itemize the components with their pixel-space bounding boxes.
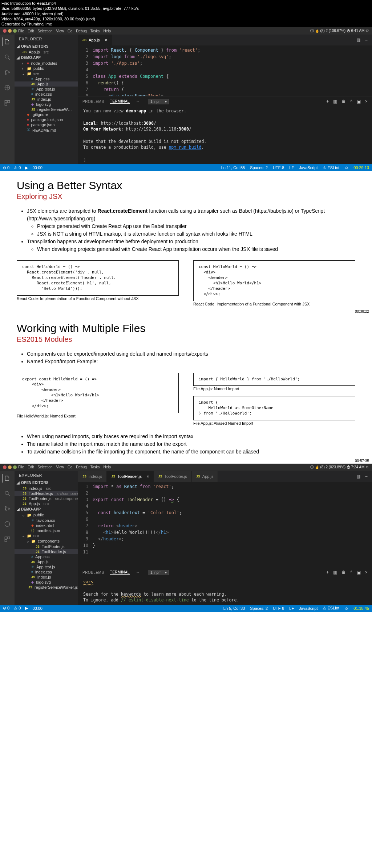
file-tree-item[interactable]: ⌄📁public bbox=[15, 512, 78, 518]
open-editor-item[interactable]: JSApp.jssrc bbox=[15, 501, 78, 506]
terminal-selector[interactable]: 1: npm ▾ bbox=[148, 570, 169, 575]
language[interactable]: JavaScript bbox=[299, 606, 318, 611]
file-tree-item[interactable]: JSregisterServiceWorker.js bbox=[15, 585, 78, 590]
system-tray[interactable]: ⓘ ☝ (8) 2 (106.67%) ⏻ 6:41 AM ⚙ bbox=[310, 28, 369, 33]
window-close-icon[interactable] bbox=[3, 29, 7, 33]
panel-layout-icon[interactable]: ▣ bbox=[357, 570, 361, 575]
file-tree-item[interactable]: ⓘREADME.md bbox=[15, 127, 78, 133]
eslint-status[interactable]: ⚠ ESLint bbox=[323, 165, 339, 170]
encoding[interactable]: UTF-8 bbox=[273, 606, 284, 611]
editor-actions[interactable]: ▥··· bbox=[353, 37, 372, 43]
file-tree-item[interactable]: { }manifest.json bbox=[15, 528, 78, 533]
split-terminal-icon[interactable]: ▥ bbox=[333, 570, 337, 575]
window-min-icon[interactable] bbox=[8, 29, 12, 33]
eol[interactable]: LF bbox=[289, 606, 294, 611]
file-tree-item[interactable]: ■package-lock.json bbox=[15, 117, 78, 122]
open-editors-header[interactable]: ◢OPEN EDITORS bbox=[15, 480, 78, 486]
terminal-output[interactable]: You can now view demo-app in the browser… bbox=[78, 107, 372, 164]
eslint-status[interactable]: ⚠ ESLint bbox=[323, 606, 339, 611]
terminal-output[interactable]: vars Search for the keywords to learn mo… bbox=[78, 577, 372, 605]
window-max-icon[interactable] bbox=[13, 29, 17, 33]
search-icon[interactable] bbox=[3, 489, 12, 498]
feedback-icon[interactable]: ☺ bbox=[344, 165, 348, 170]
files-icon[interactable] bbox=[3, 474, 11, 483]
cursor-pos[interactable]: Ln 11, Col 55 bbox=[221, 165, 245, 170]
file-tree-item[interactable]: ⚛App.test.js bbox=[15, 564, 78, 569]
code-editor[interactable]: 123456789101112 import React, { Componen… bbox=[78, 45, 372, 96]
file-tree-item[interactable]: ⚛favicon.ico bbox=[15, 518, 78, 523]
open-editor-item[interactable]: JSToolFooter.jssrc/components bbox=[15, 496, 78, 501]
tab-app-js[interactable]: JSApp.js× bbox=[78, 35, 112, 45]
extensions-icon[interactable] bbox=[3, 99, 12, 107]
encoding[interactable]: UTF-8 bbox=[273, 165, 284, 170]
terminal-selector[interactable]: 1: npm ▾ bbox=[148, 99, 169, 104]
window-close-icon[interactable] bbox=[3, 465, 7, 469]
search-icon[interactable] bbox=[3, 53, 12, 61]
window-min-icon[interactable] bbox=[8, 465, 12, 469]
language[interactable]: JavaScript bbox=[299, 165, 318, 170]
problems-tab[interactable]: PROBLEMS bbox=[82, 100, 104, 104]
file-tree-item[interactable]: ⌄📁src bbox=[15, 533, 78, 539]
panel-more[interactable]: ··· bbox=[136, 571, 139, 575]
split-terminal-icon[interactable]: ▥ bbox=[333, 99, 337, 104]
git-icon[interactable] bbox=[3, 68, 12, 77]
indent[interactable]: Spaces: 2 bbox=[250, 606, 268, 611]
file-tree-item[interactable]: JSApp.js bbox=[15, 81, 78, 87]
editor-tab[interactable]: JSToolFooter.js bbox=[154, 471, 191, 482]
file-tree-item[interactable]: JSindex.js bbox=[15, 97, 78, 102]
errors-count[interactable]: ⊘ 0 bbox=[3, 165, 9, 170]
file-tree-item[interactable]: #index.css bbox=[15, 569, 78, 575]
indent[interactable]: Spaces: 2 bbox=[250, 165, 268, 170]
feedback-icon[interactable]: ☺ bbox=[344, 606, 348, 611]
close-icon[interactable]: × bbox=[105, 38, 107, 42]
open-editor-item[interactable]: JSApp.jssrc bbox=[15, 49, 78, 55]
trash-icon[interactable]: 🗑 bbox=[341, 570, 346, 575]
editor-actions[interactable]: ▥··· bbox=[353, 474, 372, 479]
files-icon[interactable] bbox=[3, 37, 11, 46]
open-editors-header[interactable]: ◢OPEN EDITORS bbox=[15, 43, 78, 49]
close-panel-icon[interactable]: × bbox=[365, 99, 368, 104]
open-editor-item[interactable]: JSindex.jssrc bbox=[15, 486, 78, 491]
file-tree-item[interactable]: ◆logo.svg bbox=[15, 102, 78, 107]
file-tree-item[interactable]: ◆.gitignore bbox=[15, 112, 78, 117]
file-tree-item[interactable]: JSToolHeader.js bbox=[15, 549, 78, 554]
file-tree-item[interactable]: JSApp.js bbox=[15, 559, 78, 564]
debug-icon[interactable] bbox=[3, 83, 12, 92]
debug-icon[interactable] bbox=[3, 520, 12, 528]
terminal-tab[interactable]: TERMINAL bbox=[110, 570, 130, 575]
file-tree-item[interactable]: #App.css bbox=[15, 554, 78, 559]
code-content[interactable]: import React, { Component } from 'react'… bbox=[93, 45, 372, 96]
file-tree-item[interactable]: ⌄📁components bbox=[15, 539, 78, 544]
cursor-pos[interactable]: Ln 5, Col 33 bbox=[223, 606, 245, 611]
file-tree-item[interactable]: JSregisterServiceW… bbox=[15, 107, 78, 112]
editor-tab[interactable]: JSToolHeader.js× bbox=[107, 471, 154, 482]
eol[interactable]: LF bbox=[289, 165, 294, 170]
trash-icon[interactable]: 🗑 bbox=[341, 99, 346, 104]
warnings-count[interactable]: ⚠ 0 bbox=[14, 606, 21, 611]
git-icon[interactable] bbox=[3, 504, 12, 513]
panel-layout-icon[interactable]: ▣ bbox=[357, 99, 361, 104]
close-icon[interactable]: × bbox=[147, 474, 149, 479]
terminal-tab[interactable]: TERMINAL bbox=[110, 99, 130, 104]
warnings-count[interactable]: ⚠ 0 bbox=[14, 165, 21, 170]
play-icon[interactable]: ▶ bbox=[25, 606, 28, 611]
file-tree-item[interactable]: #App.css bbox=[15, 76, 78, 81]
file-tree-item[interactable]: ⌄📁src bbox=[15, 71, 78, 76]
app-menu[interactable]: FileEditSelectionViewGoDebugTasksHelp bbox=[18, 29, 111, 33]
app-menu[interactable]: FileEditSelectionViewGoDebugTasksHelp bbox=[18, 465, 111, 469]
editor-tab[interactable]: JSindex.js bbox=[78, 471, 107, 482]
file-tree-item[interactable]: ⚛App.test.js bbox=[15, 87, 78, 92]
new-terminal-icon[interactable]: + bbox=[326, 99, 329, 104]
file-tree-item[interactable]: JSindex.js bbox=[15, 575, 78, 580]
file-tree-item[interactable]: ◆logo.svg bbox=[15, 580, 78, 585]
play-icon[interactable]: ▶ bbox=[25, 165, 28, 170]
new-terminal-icon[interactable]: + bbox=[326, 570, 329, 575]
file-tree-item[interactable]: #index.css bbox=[15, 92, 78, 97]
file-tree-item[interactable]: ■package.json bbox=[15, 122, 78, 127]
maximize-icon[interactable]: ^ bbox=[350, 99, 352, 104]
project-header[interactable]: ◢DEMO-APP bbox=[15, 55, 78, 61]
file-tree-item[interactable]: ›📁public bbox=[15, 66, 78, 71]
code-content[interactable]: import * as React from 'react'; export c… bbox=[93, 482, 372, 567]
errors-count[interactable]: ⊘ 0 bbox=[3, 606, 9, 611]
system-tray[interactable]: ⓘ ☝ (8) 2 (023.89%) ⏻ 7:24 AM ⚙ bbox=[310, 465, 369, 470]
